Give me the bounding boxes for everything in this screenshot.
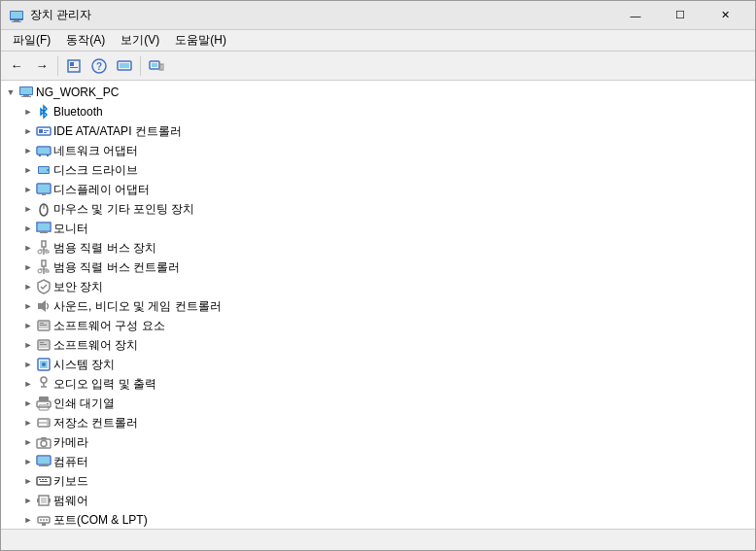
expand-icon: ► bbox=[20, 415, 36, 430]
svg-rect-86 bbox=[41, 498, 47, 503]
sound-icon bbox=[36, 298, 52, 314]
tree-item[interactable]: ►모니터 bbox=[1, 219, 755, 238]
tree-item[interactable]: ►마우스 및 기타 포인팅 장치 bbox=[1, 199, 755, 219]
window-title: 장치 관리자 bbox=[30, 7, 613, 23]
svg-rect-24 bbox=[38, 148, 50, 154]
device-tree[interactable]: ▼ NG_WORK_PC ►Bluetooth►IDE ATA/ATAPI 컨트… bbox=[1, 81, 755, 529]
security-icon bbox=[36, 279, 52, 294]
tree-root[interactable]: ▼ NG_WORK_PC bbox=[1, 83, 755, 102]
svg-rect-44 bbox=[42, 260, 46, 266]
svg-rect-83 bbox=[45, 479, 47, 480]
close-button[interactable]: ✕ bbox=[703, 1, 747, 30]
display-icon bbox=[36, 182, 52, 197]
expand-icon: ► bbox=[20, 298, 36, 314]
svg-rect-87 bbox=[37, 499, 39, 502]
tree-item-label: 소프트웨어 구성 요소 bbox=[53, 318, 165, 334]
svg-rect-77 bbox=[38, 457, 50, 464]
expand-icon: ► bbox=[20, 318, 36, 333]
help-button[interactable]: ? bbox=[87, 54, 111, 78]
svg-rect-39 bbox=[42, 241, 46, 247]
expand-icon: ► bbox=[20, 473, 36, 489]
svg-point-71 bbox=[47, 420, 49, 422]
svg-rect-48 bbox=[46, 270, 49, 272]
expand-icon: ► bbox=[20, 182, 36, 197]
menu-help[interactable]: 도움말(H) bbox=[167, 30, 234, 51]
menu-bar: 파일(F) 동작(A) 보기(V) 도움말(H) bbox=[1, 30, 755, 52]
tree-item-label: 네트워크 어댑터 bbox=[53, 143, 138, 159]
expand-icon: ► bbox=[20, 143, 36, 158]
expand-icon: ► bbox=[20, 493, 36, 508]
svg-rect-16 bbox=[20, 87, 32, 94]
tree-item[interactable]: ►시스템 장치 bbox=[1, 355, 755, 374]
svg-text:?: ? bbox=[96, 61, 102, 72]
tree-item-label: 범용 직렬 버스 장치 bbox=[53, 240, 156, 257]
tree-item[interactable]: ►카메라 bbox=[1, 432, 755, 452]
svg-rect-31 bbox=[38, 185, 50, 192]
tree-item[interactable]: ►소프트웨어 구성 요소 bbox=[1, 316, 755, 335]
svg-rect-78 bbox=[41, 465, 47, 465]
back-button[interactable]: ← bbox=[5, 54, 28, 78]
tree-item[interactable]: ►네트워크 어댑터 bbox=[1, 141, 755, 160]
properties-button[interactable] bbox=[62, 54, 86, 78]
tree-item[interactable]: ►저장소 컨트롤러 bbox=[1, 413, 755, 432]
tree-item-label: Bluetooth bbox=[53, 105, 103, 119]
window-controls: — ☐ ✕ bbox=[613, 1, 747, 30]
tree-item-label: 시스템 장치 bbox=[53, 357, 115, 373]
system-icon bbox=[36, 357, 52, 372]
svg-rect-68 bbox=[47, 403, 49, 404]
svg-point-74 bbox=[41, 441, 47, 447]
forward-button[interactable]: → bbox=[30, 54, 53, 78]
tree-item-label: 소프트웨어 장치 bbox=[53, 337, 138, 354]
tree-item[interactable]: ►컴퓨터 bbox=[1, 452, 755, 471]
svg-rect-49 bbox=[38, 303, 42, 309]
svg-rect-6 bbox=[70, 67, 78, 68]
svg-rect-21 bbox=[44, 130, 49, 131]
svg-rect-58 bbox=[40, 344, 47, 345]
menu-file[interactable]: 파일(F) bbox=[5, 30, 58, 51]
tree-item[interactable]: ►디스크 드라이브 bbox=[1, 160, 755, 180]
svg-rect-81 bbox=[39, 479, 41, 480]
svg-rect-54 bbox=[40, 325, 47, 326]
tree-item[interactable]: ►펌웨어 bbox=[1, 491, 755, 510]
svg-rect-5 bbox=[70, 62, 74, 66]
tree-item[interactable]: ►소프트웨어 장치 bbox=[1, 335, 755, 355]
svg-rect-12 bbox=[152, 63, 157, 67]
tree-item[interactable]: ►인쇄 대기열 bbox=[1, 394, 755, 413]
menu-view[interactable]: 보기(V) bbox=[113, 30, 167, 51]
svg-rect-32 bbox=[42, 193, 46, 195]
title-bar: 장치 관리자 — ☐ ✕ bbox=[1, 1, 755, 30]
maximize-button[interactable]: ☐ bbox=[658, 1, 703, 30]
toolbar-sep1 bbox=[57, 56, 58, 76]
tree-item[interactable]: ►디스플레이 어댑터 bbox=[1, 180, 755, 199]
tree-item-label: 오디오 입력 및 출력 bbox=[53, 376, 156, 393]
svg-point-42 bbox=[38, 250, 42, 254]
tree-item[interactable]: ►보안 장치 bbox=[1, 277, 755, 296]
device-button[interactable] bbox=[113, 54, 136, 78]
svg-rect-82 bbox=[42, 479, 44, 480]
tree-item-label: 모니터 bbox=[53, 221, 88, 237]
ide-icon bbox=[36, 123, 52, 139]
menu-action[interactable]: 동작(A) bbox=[58, 30, 113, 51]
svg-rect-43 bbox=[46, 251, 49, 253]
tree-item[interactable]: ►Bluetooth bbox=[1, 102, 755, 121]
expand-icon: ► bbox=[20, 512, 36, 528]
tree-item[interactable]: ►IDE ATA/ATAPI 컨트롤러 bbox=[1, 121, 755, 141]
tree-item-label: 범용 직렬 버스 컨트롤러 bbox=[53, 259, 180, 276]
tree-item[interactable]: ►범용 직렬 버스 장치 bbox=[1, 238, 755, 258]
tree-item[interactable]: ►사운드, 비디오 및 게임 컨트롤러 bbox=[1, 296, 755, 316]
expand-icon: ► bbox=[20, 201, 36, 217]
svg-rect-22 bbox=[44, 132, 47, 133]
svg-point-29 bbox=[47, 169, 49, 171]
svg-rect-1 bbox=[11, 12, 22, 18]
toolbar: ← → ? bbox=[1, 52, 755, 81]
tree-item[interactable]: ►오디오 입력 및 출력 bbox=[1, 374, 755, 394]
tree-item[interactable]: ►포트(COM & LPT) bbox=[1, 510, 755, 529]
minimize-button[interactable]: — bbox=[613, 1, 658, 30]
tree-item[interactable]: ►범용 직렬 버스 컨트롤러 bbox=[1, 258, 755, 277]
svg-rect-79 bbox=[39, 465, 49, 466]
tree-item-label: 디스크 드라이브 bbox=[53, 162, 138, 179]
tree-item[interactable]: ►키보드 bbox=[1, 471, 755, 491]
usb-icon bbox=[36, 259, 52, 275]
svg-rect-75 bbox=[41, 437, 47, 439]
refresh-button[interactable] bbox=[145, 54, 168, 78]
